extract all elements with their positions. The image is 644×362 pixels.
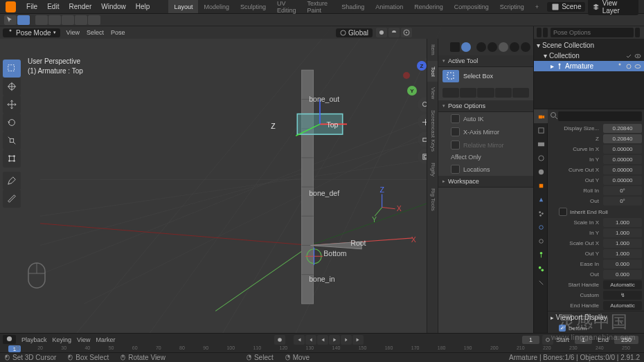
prop-tab-physics[interactable] [534, 220, 548, 234]
ntab-view[interactable]: View [427, 82, 438, 105]
panel-pose-options[interactable]: Pose Options [438, 100, 533, 112]
tl-marker[interactable]: Marker [93, 336, 118, 343]
prop-tab-viewlayer[interactable] [534, 137, 548, 151]
tool-mode-5[interactable] [512, 88, 529, 98]
ws-sculpting[interactable]: Sculpting [235, 0, 271, 13]
tool-mode-3[interactable] [477, 88, 494, 98]
outliner-collection[interactable]: ▾Collection [534, 51, 644, 61]
prop-tab-output[interactable] [534, 123, 548, 137]
prop-tab-boneconstraint[interactable] [534, 275, 548, 289]
ws-uv[interactable]: UV Editing [271, 0, 302, 13]
tl-play-rev[interactable] [317, 335, 328, 345]
snap-btn-4[interactable] [75, 15, 87, 25]
outliner-search[interactable] [551, 28, 634, 37]
val-out[interactable]: 0° [603, 197, 642, 206]
val-end-handle[interactable]: Automatic [603, 301, 642, 310]
prop-tab-modifier[interactable] [534, 192, 548, 206]
timeline-track[interactable]: 1 10203040506070809010011012013014015016… [0, 345, 644, 352]
axis-z[interactable]: Z [417, 61, 427, 71]
mode-selector[interactable]: Pose Mode ▾ [3, 28, 60, 37]
vp-pose[interactable]: Pose [107, 29, 129, 36]
tool-rotate[interactable] [3, 114, 21, 132]
vp-overlay-btn[interactable] [461, 42, 471, 52]
tl-playback[interactable]: Playback [19, 336, 50, 343]
tool-scale[interactable] [3, 132, 21, 150]
vp-shading-4[interactable] [521, 42, 530, 52]
chk-locations[interactable]: Locations [438, 163, 533, 176]
val-scale-in-x[interactable]: 1.000 [603, 218, 642, 227]
ntab-item[interactable]: Item [427, 39, 438, 61]
snap-btn[interactable] [388, 28, 400, 37]
ntab-rigify[interactable]: Rigify [427, 157, 438, 182]
val-in-y[interactable]: 0.00000 [603, 155, 642, 164]
val-out-y2[interactable]: 1.000 [603, 249, 642, 258]
tl-next-key[interactable] [341, 335, 352, 345]
panel-active-tool[interactable]: Active Tool [438, 55, 533, 67]
tool-transform[interactable] [3, 150, 21, 168]
prop-tab-bone[interactable] [534, 262, 548, 275]
tl-keying[interactable]: Keying [50, 336, 75, 343]
snap-btn-2[interactable] [48, 15, 61, 25]
tool-mode-1[interactable] [442, 88, 459, 98]
prop-tab-render[interactable] [534, 109, 548, 123]
tool-mode-4[interactable] [495, 88, 512, 98]
snap-btn-1[interactable] [35, 15, 48, 25]
val-custom[interactable]: ↯ [603, 291, 642, 300]
vp-view[interactable]: View [63, 29, 83, 36]
val-out-y[interactable]: 0.00000 [603, 176, 642, 185]
armature-data-icon[interactable] [616, 63, 623, 70]
blender-logo[interactable] [6, 1, 16, 12]
proportional-btn[interactable] [401, 28, 412, 37]
val-display-size[interactable]: 0.20840 [603, 124, 642, 133]
outliner-editor-btn[interactable] [537, 28, 542, 37]
vp-shading-2[interactable] [499, 42, 508, 52]
prop-tab-particles[interactable] [534, 206, 548, 220]
ws-texpaint[interactable]: Texture Paint [302, 0, 337, 13]
tool-select-box[interactable] [3, 60, 21, 78]
tool-measure[interactable] [3, 190, 21, 208]
val-start-handle[interactable]: Automatic [603, 280, 642, 289]
menu-help[interactable]: Help [131, 0, 155, 13]
prop-tab-constraints[interactable] [534, 234, 548, 248]
check-icon[interactable] [625, 53, 632, 60]
snap-btn-3[interactable] [62, 15, 74, 25]
vp-xray-btn[interactable] [476, 42, 486, 52]
outliner-display-btn[interactable] [543, 28, 548, 37]
cursor-mode-icon[interactable] [4, 15, 17, 25]
prop-tab-world[interactable] [534, 165, 548, 179]
val-in-y2[interactable]: 1.000 [603, 228, 642, 237]
axis-y[interactable]: Y [407, 86, 417, 96]
outliner-armature[interactable]: ▸ Armature [534, 61, 644, 71]
pivot-btn[interactable] [376, 28, 387, 37]
pose-icon[interactable] [625, 63, 632, 70]
outliner-filter-btn[interactable] [635, 28, 640, 37]
active-tool-icon[interactable] [442, 70, 459, 82]
tl-play[interactable] [329, 335, 340, 345]
vp-shading-3[interactable] [510, 42, 519, 52]
viewlayer-selector[interactable]: View Layer [588, 0, 638, 15]
ws-layout[interactable]: Layout [168, 0, 198, 13]
chk-xmirror[interactable]: X-Axis Mirror [438, 125, 533, 138]
ws-shading[interactable]: Shading [336, 0, 370, 13]
val-z[interactable]: 0.20840 [603, 134, 642, 143]
orientation-selector[interactable]: Global [336, 28, 373, 37]
menu-render[interactable]: Render [64, 0, 96, 13]
tl-jump-end[interactable] [352, 335, 364, 345]
timeline-editor-btn[interactable] [3, 335, 16, 344]
ws-modeling[interactable]: Modeling [198, 0, 235, 13]
ws-animation[interactable]: Animation [370, 0, 409, 13]
tool-annotate[interactable] [3, 172, 21, 190]
menu-edit[interactable]: Edit [42, 0, 64, 13]
props-search[interactable] [558, 111, 642, 121]
chk-auto-ik[interactable]: Auto IK [438, 112, 533, 125]
eye-icon[interactable] [634, 63, 641, 70]
ws-compositing[interactable]: Compositing [449, 0, 494, 13]
menu-file[interactable]: File [21, 0, 42, 13]
tl-prev-key[interactable] [305, 335, 316, 345]
val-roll-in[interactable]: 0° [603, 186, 642, 195]
select-mode-icon[interactable] [17, 15, 30, 25]
panel-workspace[interactable]: Workspace [438, 176, 533, 188]
val-out2[interactable]: 0.000 [603, 270, 642, 279]
tl-jump-start[interactable] [294, 335, 305, 345]
scene-selector[interactable]: Scene [547, 2, 585, 12]
